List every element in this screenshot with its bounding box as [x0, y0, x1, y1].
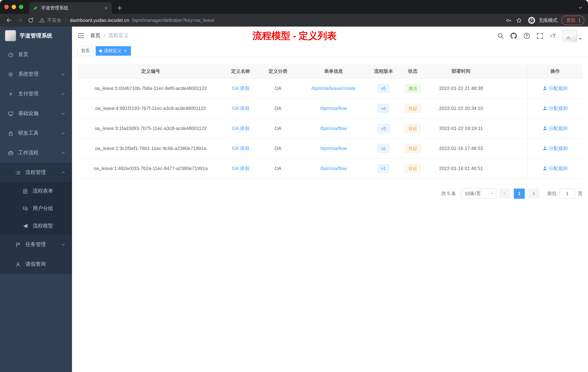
- definition-category-cell: OA: [257, 138, 299, 158]
- deploy-time-cell: 2022-01-22 21:48:38: [427, 78, 495, 98]
- sidebar-item-user-group[interactable]: 用户分组: [0, 200, 72, 217]
- form-info-link[interactable]: /bpm/oa/flow: [320, 146, 347, 151]
- assign-rule-link[interactable]: 分配规则: [543, 105, 568, 111]
- assign-rule-link[interactable]: 分配规则: [543, 165, 568, 171]
- sidebar-item-dev-tools[interactable]: 研发工具: [0, 123, 72, 143]
- page-size-select[interactable]: 10条/页: [461, 188, 496, 198]
- status-badge: 激活: [405, 84, 421, 93]
- definition-id-cell: oa_leave:4:991f2193-7b7f-11ec-a3c8-acde4…: [77, 98, 224, 118]
- sidebar-item-payment-management[interactable]: ¥支付管理: [0, 84, 72, 104]
- user-avatar[interactable]: [563, 30, 583, 42]
- sidebar-item-system-management[interactable]: 系统管理: [0, 65, 72, 84]
- prev-page-button[interactable]: [499, 188, 510, 198]
- sidebar-item-process-model[interactable]: 流程模型: [0, 217, 72, 235]
- fullscreen-icon[interactable]: [536, 32, 543, 39]
- browser-tab[interactable]: 芋道管理系统: [29, 2, 112, 14]
- version-badge: v3: [378, 124, 389, 133]
- sidebar-item-process-form[interactable]: 流程表单: [0, 182, 72, 200]
- briefcase-icon: [8, 150, 13, 156]
- sidebar-item-label: 请假查询: [25, 261, 72, 268]
- sidebar-item-workflow[interactable]: 工作流程: [0, 143, 72, 163]
- yen-icon: ¥: [8, 91, 13, 97]
- definition-name-link[interactable]: OA 请假: [232, 165, 249, 171]
- key-icon[interactable]: [504, 15, 514, 25]
- definition-name-link[interactable]: OA 请假: [232, 105, 249, 111]
- forward-button[interactable]: [15, 15, 25, 25]
- sidebar-toggle-icon[interactable]: [77, 32, 85, 39]
- breadcrumb-home[interactable]: 首页: [90, 33, 100, 39]
- tag-current[interactable]: 流程定义: [96, 46, 131, 55]
- app-logo: 芋道管理系统: [0, 27, 72, 45]
- search-icon[interactable]: [497, 32, 504, 39]
- goto-label: 前往: [547, 190, 557, 197]
- plane-icon: [22, 223, 28, 229]
- github-icon[interactable]: [510, 32, 517, 39]
- bookmark-star-icon[interactable]: [514, 15, 524, 25]
- window-zoom-button[interactable]: [19, 5, 23, 9]
- workspace: 芋道管理系统 首页系统管理¥支付管理基础设施研发工具工作流程流程管理流程表单用户…: [0, 27, 588, 372]
- update-button[interactable]: 更新: [561, 15, 584, 25]
- chevron-down-icon: [61, 111, 65, 116]
- top-navbar: 首页 / 流程定义 流程模型 - 定义列表 TT: [72, 27, 588, 45]
- tag-close-icon[interactable]: [123, 49, 127, 53]
- column-header: 操作: [527, 65, 583, 78]
- font-size-icon[interactable]: TT: [549, 32, 556, 39]
- address-bar[interactable]: 不安全 dashboard.yudao.iocoder.cn/bpm/manag…: [36, 17, 503, 23]
- window-minimize-button[interactable]: [12, 5, 16, 9]
- sidebar-item-process-management[interactable]: 流程管理: [0, 163, 72, 182]
- version-badge: v1: [378, 164, 389, 173]
- definition-name-link[interactable]: OA 请假: [232, 145, 249, 151]
- help-icon[interactable]: [523, 32, 530, 39]
- navbar-actions: TT: [497, 30, 583, 42]
- browser-tab-strip: 芋道管理系统: [0, 0, 588, 14]
- user-icon: [543, 126, 547, 131]
- incognito-badge: 无痕模式: [528, 16, 557, 24]
- sidebar: 芋道管理系统 首页系统管理¥支付管理基础设施研发工具工作流程流程管理流程表单用户…: [0, 27, 72, 372]
- tab-search-icon[interactable]: [578, 5, 583, 10]
- user-icon: [543, 86, 547, 90]
- reload-button[interactable]: [25, 15, 36, 25]
- tag-home[interactable]: 首页: [77, 46, 94, 55]
- form-info-link[interactable]: /bpm/oa/flow: [320, 106, 347, 111]
- sidebar-item-task-management[interactable]: 任务管理: [0, 235, 72, 254]
- definition-name-link[interactable]: OA 请假: [232, 85, 249, 91]
- update-label: 更新: [566, 17, 576, 23]
- sidebar-item-infrastructure[interactable]: 基础设施: [0, 104, 72, 123]
- definition-table: 定义编号定义名称定义分类表单信息流程版本状态部署时间操作 oa_leave:5:…: [77, 65, 583, 178]
- avatar-image: [563, 30, 577, 42]
- tab-close-icon[interactable]: [104, 6, 108, 10]
- svg-text:¥: ¥: [9, 91, 12, 97]
- assign-rule-link[interactable]: 分配规则: [543, 125, 568, 131]
- window-close-button[interactable]: [4, 5, 9, 9]
- table-row: oa_leave:3:1fad3d93-7b75-11ec-a3c8-acde4…: [77, 118, 583, 138]
- definition-name-link[interactable]: OA 请假: [232, 125, 249, 131]
- tab-title: 芋道管理系统: [41, 5, 101, 11]
- url-host: dashboard.yudao.iocoder.cn: [70, 17, 129, 23]
- deploy-time-cell: 2022-01-16 17:46:53: [427, 138, 495, 158]
- sidebar-item-leave-query[interactable]: 请假查询: [0, 254, 72, 274]
- form-info-link[interactable]: /bpm/oa/leave/create: [311, 86, 356, 91]
- breadcrumb: 首页 / 流程定义: [90, 33, 129, 39]
- browser-menu-icon[interactable]: [577, 17, 583, 23]
- new-tab-button[interactable]: [117, 5, 123, 11]
- svg-text:T: T: [550, 34, 552, 39]
- spacer-cell: [495, 98, 527, 118]
- assign-rule-link[interactable]: 分配规则: [543, 85, 568, 91]
- table-row: oa_leave:2:3c1f0ef1-76b1-11ec-9c66-a2380…: [77, 138, 583, 158]
- chat-icon: [22, 206, 28, 211]
- form-info-link[interactable]: /bpm/oa/flow: [320, 126, 347, 131]
- sidebar-item-home[interactable]: 首页: [0, 45, 72, 65]
- definition-id-cell: oa_leave:5:004b710b-7b8a-11ec-8ef0-acde4…: [77, 78, 224, 98]
- goto-page-input[interactable]: [560, 188, 575, 198]
- chevron-up-icon: [61, 170, 65, 175]
- url-separator: [65, 17, 66, 23]
- assign-rule-link[interactable]: 分配规则: [543, 145, 568, 151]
- next-page-button[interactable]: [528, 188, 539, 198]
- form-info-link[interactable]: /bpm/oa/flow: [320, 166, 347, 171]
- breadcrumb-current: 流程定义: [108, 33, 129, 39]
- page-number-button[interactable]: 1: [514, 188, 525, 198]
- window-controls: [0, 0, 29, 14]
- back-button[interactable]: [4, 15, 14, 25]
- column-header: 状态: [399, 65, 427, 78]
- svg-text:T: T: [552, 33, 556, 39]
